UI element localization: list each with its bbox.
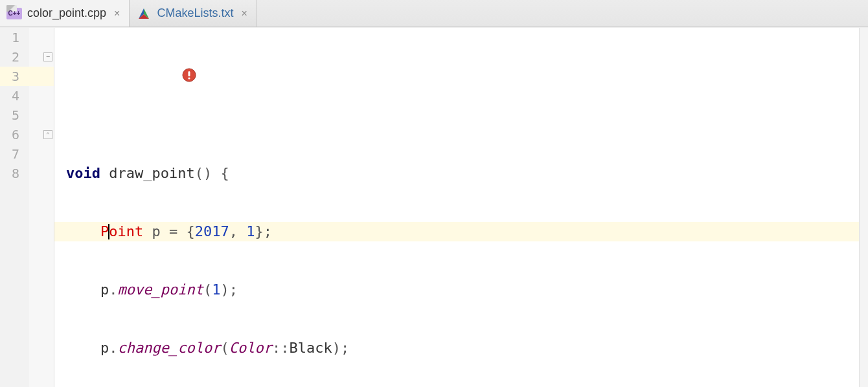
- line-number: 2: [0, 49, 25, 65]
- code-line[interactable]: [54, 105, 868, 125]
- cpp-file-icon: C++: [6, 7, 22, 20]
- tab-color-point-cpp[interactable]: C++ color_point.cpp ×: [0, 0, 130, 27]
- fold-end-icon[interactable]: ⌃: [43, 130, 52, 139]
- close-icon[interactable]: ×: [111, 8, 122, 19]
- line-number: 5: [0, 107, 25, 123]
- svg-rect-5: [188, 71, 190, 76]
- line-number: 4: [0, 88, 25, 104]
- line-number: 7: [0, 146, 25, 162]
- code-line[interactable]: void draw_point() {: [54, 164, 868, 183]
- cmake-file-icon: [136, 7, 152, 20]
- code-line[interactable]: p.move_point(1);: [54, 280, 868, 300]
- tab-cmakelists-txt[interactable]: CMakeLists.txt ×: [130, 0, 257, 27]
- editor-tabs: C++ color_point.cpp × CMakeLists.txt ×: [0, 0, 868, 27]
- tab-label: color_point.cpp: [27, 6, 106, 20]
- fold-toggle-icon[interactable]: −: [43, 52, 52, 61]
- gutter: 1 2 − 3 4 5 6 ⌃ 7 8: [0, 28, 54, 387]
- editor-area: 1 2 − 3 4 5 6 ⌃ 7 8 void draw_point() { …: [0, 27, 868, 387]
- line-number: 3: [0, 69, 25, 84]
- line-number: 1: [0, 30, 25, 45]
- close-icon[interactable]: ×: [238, 8, 249, 19]
- line-number: 6: [0, 127, 25, 142]
- error-badge-icon[interactable]: [131, 49, 145, 63]
- svg-point-6: [188, 77, 190, 79]
- tab-label: CMakeLists.txt: [157, 6, 233, 20]
- line-number: 8: [0, 166, 25, 181]
- code-line[interactable]: p.change_color(Color::Black);: [54, 338, 868, 358]
- scrollbar[interactable]: [859, 28, 868, 387]
- code-line[interactable]: Point p = {2017, 1};: [54, 222, 868, 241]
- code-editor[interactable]: void draw_point() { Point p = {2017, 1};…: [54, 28, 868, 387]
